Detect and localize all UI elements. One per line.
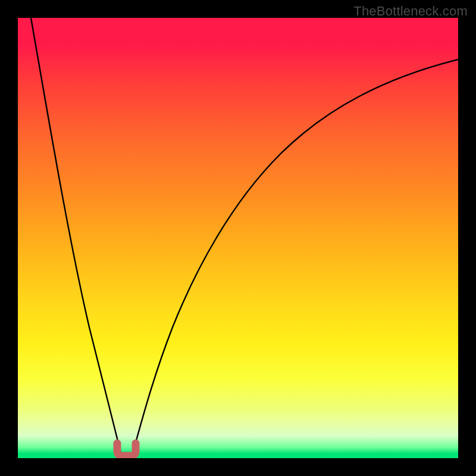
- plot-area: [18, 18, 458, 458]
- bottleneck-curve: [18, 18, 458, 458]
- watermark-text: TheBottleneck.com: [353, 4, 468, 19]
- curve-right-branch: [132, 60, 458, 455]
- chart-frame: TheBottleneck.com: [0, 0, 476, 476]
- curve-left-branch: [31, 18, 121, 455]
- optimum-marker: [117, 443, 136, 456]
